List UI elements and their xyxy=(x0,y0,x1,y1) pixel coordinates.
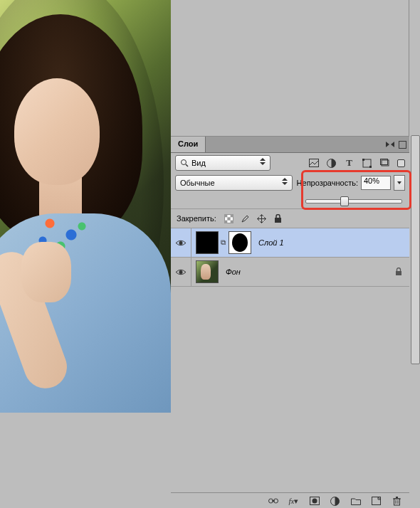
slider-thumb[interactable] xyxy=(340,196,349,206)
canvas-area xyxy=(0,0,171,508)
triangle-left-icon xyxy=(391,142,394,147)
new-layer-icon[interactable] xyxy=(371,496,382,507)
hand-shape xyxy=(21,242,71,302)
svg-rect-13 xyxy=(230,214,233,217)
filter-type-dropdown[interactable]: Вид xyxy=(175,155,271,171)
svg-rect-12 xyxy=(230,220,233,223)
layer-name[interactable]: Фон xyxy=(226,268,241,276)
svg-rect-11 xyxy=(227,217,230,220)
trash-icon[interactable] xyxy=(392,496,402,507)
svg-rect-28 xyxy=(394,499,400,505)
filter-label: Вид xyxy=(191,159,206,167)
svg-point-19 xyxy=(179,270,183,274)
svg-rect-6 xyxy=(369,166,372,168)
svg-line-1 xyxy=(186,164,188,166)
opacity-flyout-button[interactable] xyxy=(394,175,405,191)
svg-rect-20 xyxy=(396,271,401,275)
vertical-scrollbar[interactable] xyxy=(409,0,420,508)
filter-image-icon[interactable] xyxy=(308,158,319,169)
layers-panel: Слои Вид T xyxy=(171,136,409,508)
adjustment-layer-icon[interactable] xyxy=(330,496,340,507)
panel-footer: fx▾ xyxy=(171,492,409,508)
layer-name[interactable]: Слой 1 xyxy=(258,238,284,247)
filter-adjust-icon[interactable] xyxy=(326,158,337,169)
triangle-right-icon xyxy=(386,142,389,147)
lock-label: Закрепить: xyxy=(177,214,216,223)
lock-row: Закрепить: xyxy=(171,208,409,228)
opacity-slider[interactable] xyxy=(305,196,402,206)
layer-thumbnail[interactable] xyxy=(196,231,219,254)
panel-tabbar: Слои xyxy=(171,137,409,153)
subject xyxy=(0,28,171,384)
layer-thumbnail[interactable] xyxy=(196,260,219,283)
layers-list: ⧉ Слой 1 Фон xyxy=(171,228,409,287)
layer-mask-thumbnail[interactable] xyxy=(229,231,251,254)
tab-layers[interactable]: Слои xyxy=(171,137,206,152)
search-icon xyxy=(180,159,189,167)
svg-rect-10 xyxy=(224,214,227,217)
lock-transparency-icon[interactable] xyxy=(224,213,234,224)
filter-shape-icon[interactable] xyxy=(362,158,372,169)
slider-track xyxy=(305,199,402,203)
document-image[interactable] xyxy=(0,0,171,385)
lock-icon xyxy=(395,268,402,276)
svg-point-25 xyxy=(312,499,317,504)
svg-rect-2 xyxy=(309,159,318,167)
blend-mode-dropdown[interactable]: Обычные xyxy=(175,175,293,191)
lock-move-icon[interactable] xyxy=(256,213,267,224)
filter-toggle[interactable] xyxy=(397,159,405,167)
visibility-toggle[interactable] xyxy=(171,258,191,286)
add-mask-icon[interactable] xyxy=(309,496,320,507)
filter-smart-icon[interactable] xyxy=(379,158,390,169)
lock-brush-icon[interactable] xyxy=(240,213,251,224)
scrollbar-thumb[interactable] xyxy=(411,135,420,364)
visibility-toggle[interactable] xyxy=(171,228,191,257)
filter-type-icon[interactable]: T xyxy=(344,158,355,169)
fx-icon[interactable]: fx▾ xyxy=(288,496,299,507)
chevron-down-icon xyxy=(397,181,401,184)
opacity-slider-row xyxy=(171,193,409,208)
face-shape xyxy=(14,78,100,185)
link-layers-icon[interactable] xyxy=(268,496,278,507)
blend-opacity-row: Обычные Непрозрачность: 40% xyxy=(171,173,409,193)
group-icon[interactable] xyxy=(350,496,361,507)
opacity-label: Непрозрачность: xyxy=(297,179,358,187)
eye-icon xyxy=(175,239,187,247)
eye-icon xyxy=(175,268,187,276)
app-root: Слои Вид T xyxy=(0,0,420,508)
svg-point-0 xyxy=(182,160,187,165)
panel-menu-icon[interactable] xyxy=(399,141,406,149)
layer-row[interactable]: ⧉ Слой 1 xyxy=(171,228,409,258)
svg-point-18 xyxy=(179,241,183,245)
blend-mode-value: Обычные xyxy=(180,179,215,187)
svg-rect-5 xyxy=(362,159,364,161)
mask-link-icon[interactable]: ⧉ xyxy=(221,238,226,247)
layer-row[interactable]: Фон xyxy=(171,258,409,287)
opacity-input[interactable]: 40% xyxy=(361,176,391,190)
svg-rect-17 xyxy=(275,218,281,223)
lock-all-icon[interactable] xyxy=(273,213,283,224)
svg-rect-14 xyxy=(224,220,227,223)
panel-collapse[interactable] xyxy=(386,137,409,152)
filter-row: Вид T xyxy=(171,153,409,173)
